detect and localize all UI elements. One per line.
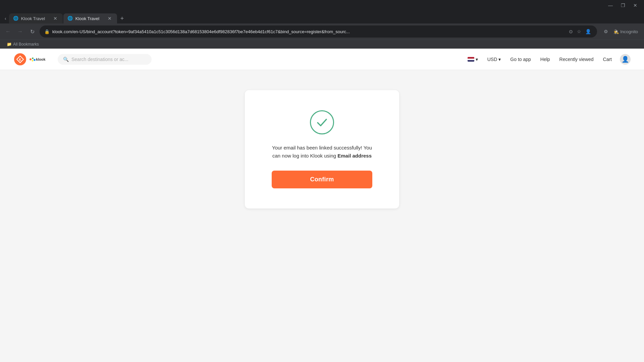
address-bar-row: ← → ↻ 🔒 klook.com/en-US/bind_account?tok…	[0, 23, 644, 40]
avatar-icon: 👤	[622, 56, 629, 63]
incognito-profile-button[interactable]: 🕵 Incognito	[611, 28, 641, 36]
browser-tab-2[interactable]: 🌐 Klook Travel ✕	[63, 13, 117, 23]
cart-link[interactable]: Cart	[602, 55, 613, 63]
success-message: Your email has been linked successfully!…	[272, 144, 372, 160]
user-avatar[interactable]: 👤	[620, 54, 631, 65]
browser-actions: ⚙ 🕵 Incognito	[602, 27, 641, 36]
svg-text:K: K	[19, 58, 21, 61]
tab-title-1: Klook Travel	[21, 16, 49, 21]
bookmarks-text: All Bookmarks	[13, 42, 39, 47]
currency-dropdown-icon: ▾	[498, 57, 501, 62]
bookmarks-label[interactable]: 📁 All Bookmarks	[4, 41, 42, 47]
klook-wordmark: klook	[30, 55, 50, 63]
currency-label: USD	[487, 57, 497, 62]
lang-dropdown-icon: ▾	[476, 57, 478, 62]
address-bar[interactable]: 🔒 klook.com/en-US/bind_account?token=9af…	[40, 25, 597, 38]
url-text: klook.com/en-US/bind_account?token=9af34…	[52, 29, 565, 34]
incognito-icon: 🕵	[613, 29, 619, 34]
search-placeholder: Search destinations or ac...	[71, 57, 128, 62]
tab-close-1[interactable]: ✕	[52, 15, 59, 21]
tab-favicon-1: 🌐	[13, 16, 18, 21]
svg-text:klook: klook	[36, 57, 46, 61]
confirm-button[interactable]: Confirm	[272, 171, 372, 188]
bookmark-button[interactable]: ☆	[576, 27, 583, 36]
success-highlight: Email address	[337, 153, 372, 159]
tab-close-2[interactable]: ✕	[106, 15, 113, 21]
us-flag-icon	[468, 57, 474, 62]
success-card: Your email has been linked successfully!…	[245, 90, 399, 208]
forward-button[interactable]: →	[15, 27, 25, 36]
recently-viewed-link[interactable]: Recently viewed	[558, 55, 595, 63]
goto-app-link[interactable]: Go to app	[509, 55, 532, 63]
search-bar[interactable]: 🔍 Search destinations or ac...	[58, 54, 152, 65]
tab-title-2: Klook Travel	[75, 16, 104, 21]
svg-point-2	[30, 58, 32, 60]
website-content: K klook 🔍 Search destinations or ac... ▾	[0, 49, 644, 362]
reader-mode-button[interactable]: ⊙	[568, 27, 574, 36]
address-bar-actions: ⊙ ☆ 👤	[568, 27, 592, 36]
back-button[interactable]: ←	[3, 27, 13, 36]
header-nav: ▾ USD ▾ Go to app Help Recently viewed C…	[466, 54, 631, 65]
svg-point-5	[32, 60, 34, 61]
bookmarks-folder-icon: 📁	[7, 42, 12, 47]
site-header: K klook 🔍 Search destinations or ac... ▾	[0, 49, 644, 70]
tab-favicon-2: 🌐	[67, 16, 73, 21]
language-selector[interactable]: ▾	[466, 55, 479, 63]
browser-tab-1[interactable]: 🌐 Klook Travel ✕	[9, 13, 63, 23]
search-icon: 🔍	[63, 57, 69, 62]
close-button[interactable]: ✕	[629, 0, 641, 11]
new-tab-button[interactable]: +	[118, 14, 127, 23]
restore-button[interactable]: ❐	[617, 0, 629, 11]
bookmarks-bar: 📁 All Bookmarks	[0, 40, 644, 49]
window-controls: — ❐ ✕	[0, 0, 644, 11]
incognito-label: Incognito	[620, 29, 638, 34]
extensions-button[interactable]: ⚙	[602, 27, 609, 36]
klook-logo[interactable]: K klook	[13, 53, 50, 66]
tab-nav-back[interactable]: ‹	[3, 14, 8, 22]
checkmark-icon	[316, 116, 328, 129]
currency-selector[interactable]: USD ▾	[486, 55, 502, 63]
svg-point-3	[32, 57, 34, 59]
svg-point-4	[34, 59, 36, 61]
profile-picture-button[interactable]: 👤	[584, 27, 592, 36]
success-icon-wrapper	[310, 110, 334, 134]
help-link[interactable]: Help	[539, 55, 551, 63]
lock-icon: 🔒	[44, 29, 50, 34]
reload-button[interactable]: ↻	[28, 27, 37, 36]
minimize-button[interactable]: —	[604, 0, 617, 11]
main-content: Your email has been linked successfully!…	[0, 70, 644, 271]
klook-logo-icon: K	[13, 53, 27, 66]
tab-bar: ‹ 🌐 Klook Travel ✕ 🌐 Klook Travel ✕ +	[0, 11, 644, 23]
